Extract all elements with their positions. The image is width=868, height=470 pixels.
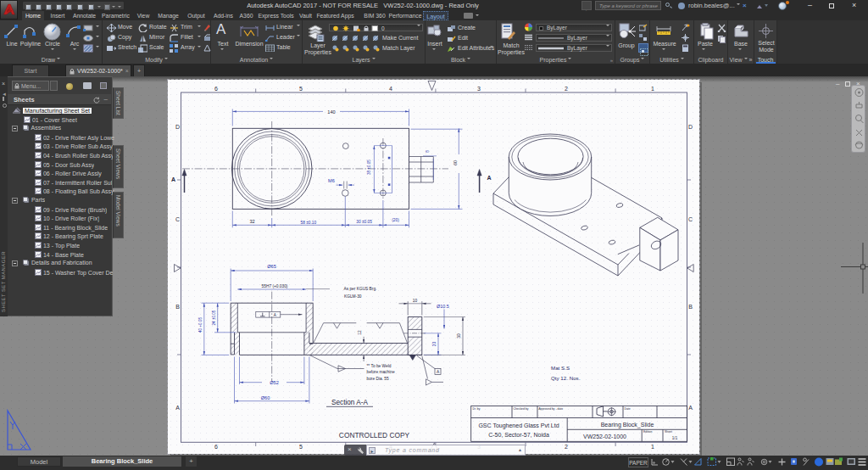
- svg-text:A: A: [171, 176, 175, 182]
- svg-text:6: 6: [214, 86, 218, 92]
- svg-text:GSC Toughened Glass Pvt Ltd: GSC Toughened Glass Pvt Ltd: [478, 422, 559, 429]
- svg-text:12: 12: [358, 330, 362, 335]
- svg-text:Ø60: Ø60: [261, 395, 270, 400]
- svg-text:58 ±0.10: 58 ±0.10: [300, 221, 316, 225]
- svg-text:Section A-A: Section A-A: [331, 399, 368, 406]
- svg-text:Bearing Block_Slide: Bearing Block_Slide: [601, 422, 654, 428]
- svg-text:A: A: [437, 370, 440, 374]
- svg-text:8: 8: [426, 150, 430, 153]
- svg-text:(20): (20): [392, 218, 399, 222]
- svg-text:24 ±0.05: 24 ±0.05: [212, 310, 216, 325]
- svg-text:32: 32: [249, 219, 254, 224]
- svg-text:140: 140: [327, 109, 335, 115]
- svg-text:C: C: [175, 216, 180, 222]
- svg-text:10: 10: [413, 299, 418, 303]
- svg-text:38 ±0.05: 38 ±0.05: [367, 159, 371, 175]
- svg-text:1/1: 1/1: [672, 436, 678, 440]
- svg-text:B: B: [688, 304, 693, 310]
- svg-text:A: A: [175, 405, 180, 411]
- svg-text:CONTROLLED COPY: CONTROLLED COPY: [339, 431, 410, 439]
- svg-text:A: A: [487, 175, 491, 181]
- svg-text:A: A: [688, 405, 693, 411]
- svg-text:before machine: before machine: [367, 370, 395, 374]
- svg-text:Date: Date: [625, 407, 631, 411]
- svg-text:4: 4: [389, 86, 392, 92]
- svg-text:6: 6: [214, 444, 218, 450]
- svg-text:Checked by: Checked by: [514, 407, 529, 411]
- svg-text:Ø52: Ø52: [270, 380, 279, 385]
- svg-text:D: D: [175, 124, 180, 130]
- svg-text:30 ±0.05: 30 ±0.05: [356, 220, 372, 224]
- svg-text:20: 20: [432, 342, 437, 347]
- svg-text:KGLM-30: KGLM-30: [344, 294, 362, 299]
- svg-text:** To be Weld: ** To be Weld: [367, 364, 392, 368]
- svg-text:Mat S.S: Mat S.S: [551, 365, 570, 371]
- svg-text:M6: M6: [328, 178, 335, 183]
- svg-text:bore Dia. 55: bore Dia. 55: [367, 377, 389, 381]
- svg-text:1: 1: [651, 86, 654, 92]
- svg-text:2: 2: [565, 86, 568, 92]
- svg-text:1: 1: [651, 444, 654, 450]
- svg-text:Ø10.5: Ø10.5: [437, 304, 449, 309]
- svg-text:Edition: Edition: [643, 430, 652, 434]
- svg-text:5: 5: [299, 86, 303, 92]
- svg-text:5: 5: [299, 444, 303, 450]
- svg-text:0: 0: [381, 25, 385, 31]
- svg-text:Dr. by: Dr. by: [473, 407, 481, 411]
- svg-text:40 +0.05: 40 +0.05: [198, 317, 203, 333]
- svg-text:2: 2: [565, 444, 568, 450]
- svg-text:30: 30: [457, 333, 461, 339]
- svg-text:As per KGUS Brg.: As per KGUS Brg.: [344, 287, 377, 291]
- svg-text:Sheet: Sheet: [665, 430, 672, 434]
- svg-text:B: B: [175, 304, 180, 310]
- svg-text:VW252-02-1000: VW252-02-1000: [583, 434, 626, 439]
- svg-text:55H7 (+0.030): 55H7 (+0.030): [262, 284, 288, 288]
- svg-text:C-50, Sector-57, Noida: C-50, Sector-57, Noida: [488, 432, 549, 438]
- svg-text:60: 60: [453, 160, 458, 165]
- svg-text:Approved by - date: Approved by - date: [539, 407, 564, 411]
- svg-text:C: C: [688, 216, 693, 222]
- svg-text:Qty 12. Nos.: Qty 12. Nos.: [551, 375, 581, 381]
- svg-text:Ø65: Ø65: [267, 264, 276, 269]
- svg-text:D: D: [688, 124, 693, 130]
- svg-text:A: A: [274, 313, 277, 317]
- svg-text:3: 3: [477, 86, 481, 92]
